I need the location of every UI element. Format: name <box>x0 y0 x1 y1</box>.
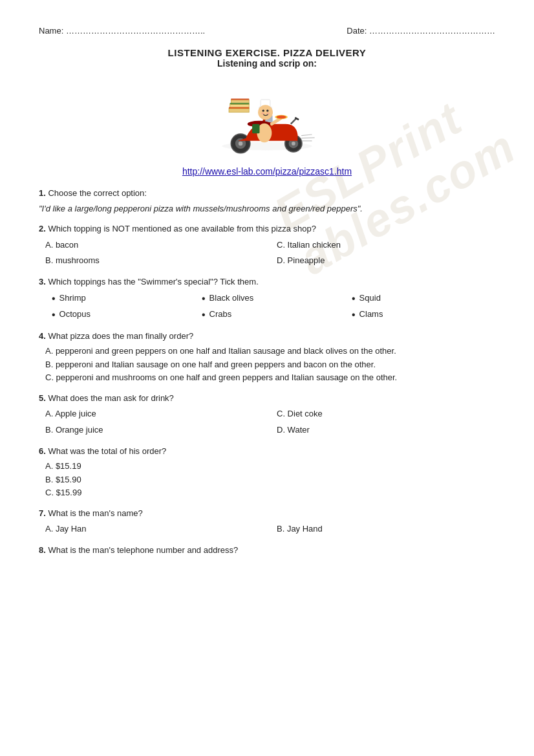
q2-opt-d: D. Pineapple <box>277 254 495 268</box>
q1-body: "I'd like a large/long pepperoni pizza w… <box>39 202 495 215</box>
bullet-dot: • <box>202 308 206 322</box>
svg-point-26 <box>277 116 286 119</box>
q4-opt-a: A. pepperoni and green peppers on one ha… <box>45 345 495 358</box>
question-2: 2. Which topping is NOT mentioned as one… <box>39 222 495 268</box>
q3-crabs: • Crabs <box>202 308 345 322</box>
svg-point-3 <box>239 142 243 146</box>
svg-line-28 <box>301 135 312 136</box>
q6-options: A. $15.19 B. $15.90 C. $15.99 <box>45 460 495 499</box>
q3-col2: • Black olives • Crabs <box>202 292 345 322</box>
q3-number: 3. Which toppings has the "Swimmer's spe… <box>39 275 495 288</box>
svg-rect-13 <box>229 107 249 108</box>
header-row: Name: ………………………………………….. Date: ………………………… <box>39 26 495 36</box>
bullet-dot: • <box>52 308 56 322</box>
name-label: Name: ………………………………………….. <box>39 26 205 36</box>
q8-number: 8. What is the man's telephone number an… <box>39 544 495 557</box>
subtitle: Listening and scrip on: <box>39 58 495 69</box>
q3-clams: • Clams <box>352 308 495 322</box>
q6-opt-b: B. $15.90 <box>45 473 495 486</box>
q2-opt-c: C. Italian chicken <box>277 238 495 252</box>
q6-opt-a: A. $15.19 <box>45 460 495 473</box>
q6-opt-c: C. $15.99 <box>45 486 495 499</box>
q4-number: 4. What pizza does the man finally order… <box>39 330 495 343</box>
q3-squid-label: Squid <box>359 292 381 305</box>
q5-opt-c: C. Diet coke <box>277 407 495 421</box>
q2-number: 2. Which topping is NOT mentioned as one… <box>39 222 495 235</box>
q2-options: A. bacon C. Italian chicken B. mushrooms… <box>45 238 495 268</box>
question-6: 6. What was the total of his order? A. $… <box>39 445 495 499</box>
q4-options: A. pepperoni and green peppers on one ha… <box>45 345 495 384</box>
svg-rect-15 <box>231 98 249 100</box>
q7-number: 7. What is the man's name? <box>39 507 495 520</box>
main-title: LISTENING EXERCISE. PIZZA DELIVERY <box>39 47 495 58</box>
svg-point-20 <box>262 110 264 112</box>
svg-point-6 <box>292 142 295 146</box>
question-8: 8. What is the man's telephone number an… <box>39 544 495 557</box>
svg-point-21 <box>266 110 268 112</box>
q5-number: 5. What does the man ask for drink? <box>39 392 495 405</box>
bullet-dot: • <box>352 308 356 322</box>
q3-col3: • Squid • Clams <box>352 292 495 322</box>
svg-point-22 <box>261 113 264 114</box>
svg-line-29 <box>301 138 314 138</box>
q5-options: A. Apple juice C. Diet coke B. Orange ju… <box>45 407 495 437</box>
q4-opt-c: C. pepperoni and mushrooms on one half a… <box>45 371 495 384</box>
title-block: LISTENING EXERCISE. PIZZA DELIVERY Liste… <box>39 47 495 69</box>
bullet-dot: • <box>352 292 356 306</box>
q2-opt-b: B. mushrooms <box>45 254 264 268</box>
question-3: 3. Which toppings has the "Swimmer's spe… <box>39 275 495 322</box>
svg-point-19 <box>258 105 273 120</box>
q3-bullets: • Shrimp • Octopus • Black olives • Crab… <box>52 292 495 322</box>
q3-black-olives: • Black olives <box>202 292 345 306</box>
q7-options: A. Jay Han B. Jay Hand <box>45 522 495 536</box>
q3-octopus-label: Octopus <box>59 308 91 321</box>
svg-rect-14 <box>230 103 249 104</box>
q3-black-olives-label: Black olives <box>209 292 254 305</box>
pizza-delivery-illustration <box>209 75 325 159</box>
q5-opt-a: A. Apple juice <box>45 407 264 421</box>
q3-shrimp: • Shrimp <box>52 292 195 306</box>
svg-line-24 <box>272 118 280 124</box>
pizza-image <box>39 75 495 161</box>
q4-opt-b: B. pepperoni and Italian sausage on one … <box>45 358 495 371</box>
svg-point-23 <box>266 113 270 114</box>
q3-crabs-label: Crabs <box>209 308 232 321</box>
q5-opt-b: B. Orange juice <box>45 423 264 437</box>
q5-opt-d: D. Water <box>277 423 495 437</box>
question-4: 4. What pizza does the man finally order… <box>39 330 495 384</box>
q2-opt-a: A. bacon <box>45 238 264 252</box>
q3-octopus: • Octopus <box>52 308 195 322</box>
q1-number: 1. Choose the correct option: <box>39 187 495 200</box>
q7-opt-a: A. Jay Han <box>45 522 264 536</box>
question-7: 7. What is the man's name? A. Jay Han B.… <box>39 507 495 537</box>
q7-opt-b: B. Jay Hand <box>277 522 495 536</box>
svg-rect-27 <box>252 124 259 134</box>
bullet-dot: • <box>202 292 206 306</box>
link-block[interactable]: http://www.esl-lab.com/pizza/pizzasc1.ht… <box>39 166 495 177</box>
question-1: 1. Choose the correct option: "I'd like … <box>39 187 495 215</box>
q3-shrimp-label: Shrimp <box>59 292 86 305</box>
q6-number: 6. What was the total of his order? <box>39 445 495 458</box>
date-label: Date: ……………………………………… <box>347 26 495 36</box>
q3-squid: • Squid <box>352 292 495 306</box>
q3-clams-label: Clams <box>359 308 383 321</box>
q3-col1: • Shrimp • Octopus <box>52 292 195 322</box>
svg-line-8 <box>291 118 296 124</box>
esl-lab-link[interactable]: http://www.esl-lab.com/pizza/pizzasc1.ht… <box>182 166 352 177</box>
question-5: 5. What does the man ask for drink? A. A… <box>39 392 495 437</box>
bullet-dot: • <box>52 292 56 306</box>
